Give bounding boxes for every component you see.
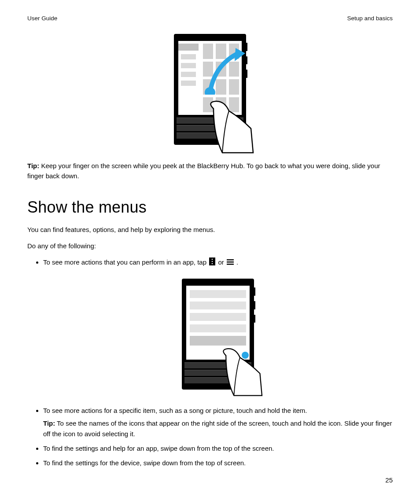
hamburger-menu-icon <box>227 258 234 268</box>
tip-text: Keep your finger on the screen while you… <box>27 162 380 180</box>
header-right: Setup and basics <box>347 15 393 22</box>
bullet-1-text-c: . <box>236 258 238 266</box>
thumb-icon <box>205 100 253 153</box>
thumb-icon <box>218 347 262 396</box>
bullet-1-text-a: To see more actions that you can perform… <box>43 258 208 266</box>
swipe-arrow-icon <box>201 46 245 95</box>
tip-label: Tip: <box>27 162 39 169</box>
bullet-2-text: To see more actions for a specific item,… <box>43 407 307 414</box>
bullet-1-text-b: or <box>218 258 226 266</box>
svg-rect-8 <box>227 264 234 265</box>
peek-gesture-illustration <box>27 34 393 145</box>
svg-point-1 <box>205 87 215 95</box>
svg-point-3 <box>212 259 213 260</box>
bullet-2: To see more actions for a specific item,… <box>43 405 393 439</box>
intro-1: You can find features, options, and help… <box>27 224 393 235</box>
header-left: User Guide <box>27 15 57 22</box>
bullet-4: To find the settings for the device, swi… <box>43 458 393 468</box>
bullet-2-tip-label: Tip: <box>43 419 55 427</box>
intro-2: Do any of the following: <box>27 241 393 251</box>
tip-paragraph-1: Tip: Keep your finger on the screen whil… <box>27 161 393 181</box>
svg-marker-0 <box>235 48 245 61</box>
svg-point-5 <box>212 263 213 265</box>
svg-rect-7 <box>227 261 234 263</box>
more-vertical-icon <box>209 258 215 268</box>
bullet-1: To see more actions that you can perform… <box>43 257 393 390</box>
menu-tap-illustration <box>43 279 393 390</box>
svg-rect-6 <box>227 259 234 261</box>
section-title: Show the menus <box>27 198 393 217</box>
page-number: 25 <box>385 476 393 484</box>
bullet-3: To find the settings and help for an app… <box>43 443 393 453</box>
bullet-2-tip-text: To see the names of the icons that appea… <box>43 419 392 437</box>
svg-point-4 <box>212 261 213 262</box>
